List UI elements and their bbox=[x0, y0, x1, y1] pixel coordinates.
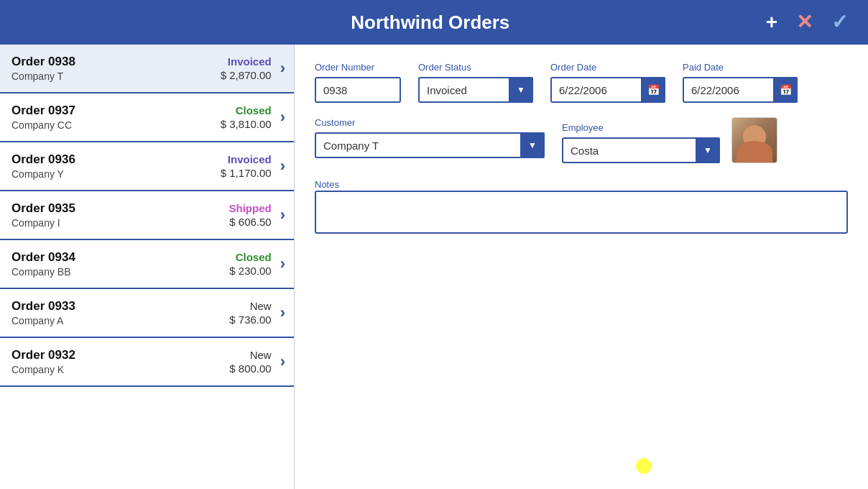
list-item[interactable]: Order 0935 Company I Shipped $ 606.50 › bbox=[0, 191, 294, 240]
order-info: Order 0932 Company K bbox=[11, 348, 229, 375]
employee-group: Employee Costa Smith Johnson bbox=[562, 122, 720, 163]
order-name: Order 0938 bbox=[11, 55, 221, 69]
confirm-button[interactable]: ✓ bbox=[826, 9, 854, 35]
order-status: Invoiced bbox=[228, 55, 272, 68]
app-title: Northwind Orders bbox=[101, 12, 760, 34]
detail-row-1: Order Number Order Status Invoiced New S… bbox=[315, 62, 848, 103]
order-amount: $ 1,170.00 bbox=[221, 167, 272, 179]
list-item[interactable]: Order 0938 Company T Invoiced $ 2,870.00… bbox=[0, 45, 294, 93]
order-info: Order 0933 Company A bbox=[11, 299, 229, 326]
main-content: Order 0938 Company T Invoiced $ 2,870.00… bbox=[0, 45, 868, 489]
order-info: Order 0935 Company I bbox=[11, 201, 229, 229]
order-detail: Order Number Order Status Invoiced New S… bbox=[295, 45, 868, 489]
order-list: Order 0938 Company T Invoiced $ 2,870.00… bbox=[0, 45, 295, 489]
order-company: Company A bbox=[11, 315, 229, 326]
employee-row: Employee Costa Smith Johnson bbox=[562, 117, 777, 163]
order-right: Invoiced $ 2,870.00 bbox=[221, 55, 272, 81]
order-company: Company CC bbox=[11, 119, 221, 131]
order-status: Invoiced bbox=[228, 153, 272, 165]
order-amount: $ 606.50 bbox=[229, 216, 271, 228]
customer-label: Customer bbox=[315, 117, 545, 128]
order-number-group: Order Number bbox=[315, 62, 401, 103]
app-container: Northwind Orders + ✕ ✓ Order 0938 Compan… bbox=[0, 0, 868, 489]
employee-label: Employee bbox=[562, 122, 720, 133]
notes-section: Notes bbox=[315, 178, 848, 237]
employee-photo bbox=[731, 117, 777, 163]
order-name: Order 0936 bbox=[11, 152, 221, 167]
customer-group: Customer Company T Company CC Company Y … bbox=[315, 117, 545, 163]
order-info: Order 0938 Company T bbox=[11, 55, 221, 82]
order-right: Shipped $ 606.50 bbox=[229, 202, 272, 228]
order-status: New bbox=[250, 300, 272, 312]
order-right: Invoiced $ 1,170.00 bbox=[221, 153, 272, 179]
order-status: Closed bbox=[236, 251, 272, 263]
chevron-right-icon: › bbox=[280, 303, 285, 322]
order-company: Company Y bbox=[11, 168, 221, 180]
paid-date-label: Paid Date bbox=[683, 62, 798, 73]
order-company: Company BB bbox=[11, 266, 229, 278]
order-info: Order 0937 Company CC bbox=[11, 104, 221, 131]
order-date-wrapper: 📅 bbox=[550, 77, 665, 103]
paid-date-calendar-icon[interactable]: 📅 bbox=[773, 77, 798, 103]
order-status: New bbox=[250, 349, 272, 361]
order-date-group: Order Date 📅 bbox=[550, 62, 665, 103]
order-name: Order 0933 bbox=[11, 299, 229, 314]
list-item[interactable]: Order 0936 Company Y Invoiced $ 1,170.00… bbox=[0, 142, 294, 191]
order-status-label: Order Status bbox=[418, 62, 533, 73]
order-company: Company T bbox=[11, 70, 221, 82]
order-amount: $ 800.00 bbox=[229, 362, 271, 375]
close-button[interactable]: ✕ bbox=[790, 9, 818, 35]
order-number-input[interactable] bbox=[315, 77, 401, 103]
order-amount: $ 736.00 bbox=[229, 314, 271, 326]
order-status: Closed bbox=[236, 104, 272, 116]
order-number-label: Order Number bbox=[315, 62, 401, 73]
order-right: Closed $ 3,810.00 bbox=[221, 104, 272, 130]
chevron-right-icon: › bbox=[280, 352, 285, 371]
notes-input[interactable] bbox=[315, 191, 848, 234]
order-company: Company K bbox=[11, 364, 229, 375]
customer-select[interactable]: Company T Company CC Company Y Company I… bbox=[315, 132, 545, 158]
customer-wrapper: Company T Company CC Company Y Company I… bbox=[315, 132, 545, 158]
order-amount: $ 3,810.00 bbox=[221, 118, 272, 130]
order-date-calendar-icon[interactable]: 📅 bbox=[641, 77, 665, 103]
order-right: New $ 800.00 bbox=[229, 349, 271, 375]
notes-label: Notes bbox=[315, 179, 339, 190]
chevron-right-icon: › bbox=[280, 108, 285, 127]
order-name: Order 0937 bbox=[11, 104, 221, 118]
order-amount: $ 2,870.00 bbox=[221, 69, 272, 81]
chevron-right-icon: › bbox=[280, 206, 285, 224]
order-name: Order 0934 bbox=[11, 250, 229, 265]
order-amount: $ 230.00 bbox=[229, 265, 271, 277]
list-item[interactable]: Order 0932 Company K New $ 800.00 › bbox=[0, 338, 294, 387]
order-info: Order 0934 Company BB bbox=[11, 250, 229, 278]
app-header: Northwind Orders + ✕ ✓ bbox=[0, 0, 868, 45]
list-item[interactable]: Order 0937 Company CC Closed $ 3,810.00 … bbox=[0, 93, 294, 142]
list-item[interactable]: Order 0933 Company A New $ 736.00 › bbox=[0, 289, 294, 338]
order-company: Company I bbox=[11, 217, 229, 229]
chevron-right-icon: › bbox=[280, 157, 285, 175]
order-status-wrapper: Invoiced New Shipped Closed bbox=[418, 77, 533, 103]
header-actions: + ✕ ✓ bbox=[760, 9, 854, 35]
order-right: New $ 736.00 bbox=[229, 300, 271, 326]
order-status: Shipped bbox=[229, 202, 272, 214]
employee-wrapper: Costa Smith Johnson bbox=[562, 137, 720, 163]
order-status-group: Order Status Invoiced New Shipped Closed bbox=[418, 62, 533, 103]
order-right: Closed $ 230.00 bbox=[229, 251, 271, 277]
cursor-indicator bbox=[636, 458, 652, 474]
chevron-right-icon: › bbox=[280, 59, 285, 78]
order-info: Order 0936 Company Y bbox=[11, 152, 221, 180]
order-name: Order 0935 bbox=[11, 201, 229, 216]
detail-row-2: Customer Company T Company CC Company Y … bbox=[315, 117, 848, 163]
paid-date-group: Paid Date 📅 bbox=[683, 62, 798, 103]
order-name: Order 0932 bbox=[11, 348, 229, 362]
order-status-select[interactable]: Invoiced New Shipped Closed bbox=[418, 77, 533, 103]
chevron-right-icon: › bbox=[280, 255, 285, 273]
add-button[interactable]: + bbox=[760, 9, 783, 35]
employee-select[interactable]: Costa Smith Johnson bbox=[562, 137, 720, 163]
list-item[interactable]: Order 0934 Company BB Closed $ 230.00 › bbox=[0, 240, 294, 289]
paid-date-wrapper: 📅 bbox=[683, 77, 798, 103]
order-date-label: Order Date bbox=[550, 62, 665, 73]
